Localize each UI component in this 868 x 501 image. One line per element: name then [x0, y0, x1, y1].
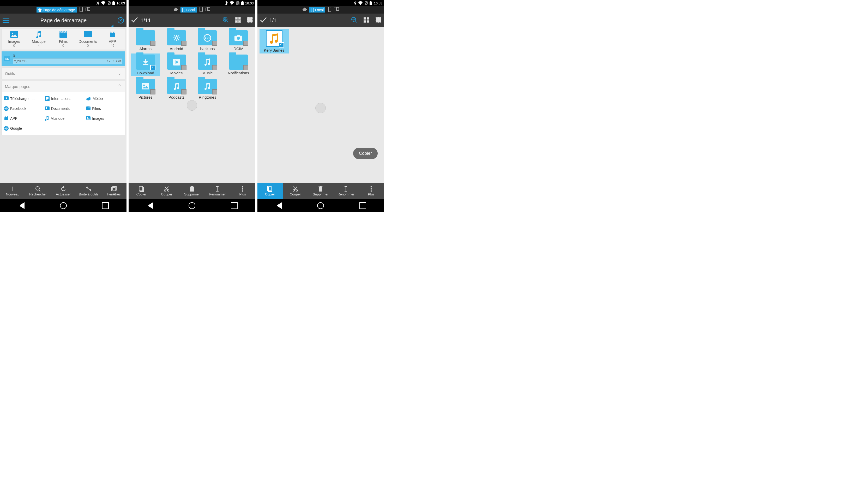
navbar [258, 199, 384, 212]
svg-rect-17 [46, 99, 47, 100]
globe-search-icon[interactable] [351, 17, 357, 24]
bookmark-images[interactable]: Images [84, 114, 125, 124]
nav-recent[interactable] [102, 202, 109, 209]
svg-rect-24 [4, 117, 8, 120]
bottom-copy[interactable]: Copier [129, 183, 154, 199]
categories: Images0 Musique4 Films0 Documents0 APP46 [2, 29, 125, 50]
bottom-cut[interactable]: Couper [283, 183, 308, 199]
bookmark-info[interactable]: Informations [43, 94, 84, 104]
wifi-icon [101, 1, 106, 5]
selectall-icon[interactable] [376, 17, 381, 24]
device-icon[interactable] [79, 7, 83, 13]
folder-item[interactable]: DCIM [224, 29, 253, 52]
bookmark-app[interactable]: APP [2, 114, 43, 124]
dropdown-indicator[interactable] [111, 24, 113, 27]
cat-app[interactable]: APP46 [100, 31, 125, 47]
bookmark-google[interactable]: Google [2, 124, 43, 134]
devices-icon[interactable] [86, 7, 90, 12]
qr-icon[interactable] [364, 17, 369, 24]
globe-search-icon[interactable] [223, 17, 229, 24]
folder-item[interactable]: Podcasts [162, 78, 191, 100]
bottom-rename[interactable]: Renommer [333, 183, 359, 199]
bottom-search[interactable]: Rechercher [25, 183, 51, 199]
device-icon [311, 8, 314, 12]
folder-item[interactable]: Music [193, 53, 222, 76]
nav-back[interactable] [146, 202, 153, 209]
bookmark-documents[interactable]: Documents [43, 104, 84, 114]
devices-icon[interactable] [206, 7, 210, 12]
nav-home[interactable] [60, 202, 67, 209]
confirm-icon[interactable] [260, 17, 267, 24]
bottom-delete[interactable]: Supprimer [308, 183, 333, 199]
cat-documents[interactable]: Documents0 [76, 31, 100, 47]
bottombar: Copier Couper Supprimer Renommer Plus [129, 183, 255, 199]
tab-local[interactable]: Local [309, 7, 325, 12]
section-bookmarks[interactable]: Marque-pages ⌃ [2, 81, 125, 92]
folder-item[interactable]: Movies [162, 53, 191, 76]
confirm-icon[interactable] [131, 17, 138, 24]
cat-films[interactable]: Films0 [51, 31, 76, 47]
svg-point-82 [371, 190, 372, 192]
folder-label: Android [163, 46, 190, 51]
device-icon[interactable] [328, 7, 332, 13]
svg-rect-77 [319, 187, 322, 192]
storage-sizes: 2,28 GB 12,55 GB [13, 58, 122, 64]
bottom-cut[interactable]: Couper [154, 183, 179, 199]
devices-icon[interactable] [334, 7, 339, 12]
bottom-refresh[interactable]: Actualiser [51, 183, 76, 199]
bottom-rename[interactable]: Renommer [205, 183, 230, 199]
bookmark-films[interactable]: Films [84, 104, 125, 114]
uncheck-icon [212, 65, 217, 70]
tab-homepage[interactable]: Page de démarrage [36, 7, 77, 12]
folder-item[interactable]: Alarms [131, 29, 160, 52]
folder-item[interactable]: Notifications [224, 53, 253, 76]
bottom-copy[interactable]: Copier [258, 183, 283, 199]
statusbar: 16:03 [258, 0, 384, 6]
bottom-windows[interactable]: Fenêtres [101, 183, 127, 199]
menu-icon[interactable] [3, 18, 9, 23]
nav-recent[interactable] [359, 202, 366, 209]
cat-music[interactable]: Musique4 [26, 31, 51, 47]
folder-item[interactable]: Pictures [131, 78, 160, 100]
folder-item[interactable]: Download [131, 53, 160, 76]
folder-item[interactable]: Ringtones [193, 78, 222, 100]
storage-card[interactable]: SD 0 2,28 GB 12,55 GB [2, 51, 125, 66]
bottom-new[interactable]: Nouveau [0, 183, 25, 199]
bottombar: Copier Couper Supprimer Renommer Plus [258, 183, 384, 199]
tab-local[interactable]: Local [181, 7, 196, 12]
bookmark-facebook[interactable]: Facebook [2, 104, 43, 114]
appbar-selection: 1/11 [129, 13, 255, 27]
svg-rect-51 [142, 83, 149, 89]
tabbar: Local [258, 6, 384, 13]
close-button[interactable]: ✕ [118, 17, 124, 23]
bottom-more[interactable]: Plus [359, 183, 384, 199]
bottom-more[interactable]: Plus [230, 183, 255, 199]
nav-recent[interactable] [231, 202, 238, 209]
file-item[interactable]: Kery James [260, 29, 289, 53]
bottom-delete[interactable]: Supprimer [179, 183, 205, 199]
home-tab-icon[interactable] [303, 8, 307, 12]
nav-back[interactable] [18, 202, 24, 209]
folder-item[interactable]: ESbackups [193, 29, 222, 52]
cat-images[interactable]: Images0 [2, 31, 26, 47]
selectall-icon[interactable] [247, 17, 253, 24]
svg-point-81 [371, 188, 372, 190]
bookmark-weather[interactable]: Météo [84, 94, 125, 104]
svg-point-48 [237, 37, 240, 40]
device-icon[interactable] [199, 7, 203, 13]
selection-count: 1/1 [269, 18, 277, 23]
folder-item[interactable]: Android [162, 29, 191, 52]
no-sim-icon [107, 1, 111, 5]
music-icon [204, 58, 210, 66]
home-tab-icon[interactable] [174, 8, 178, 12]
section-tools[interactable]: Outils ⌄ [2, 67, 125, 79]
nav-home[interactable] [317, 202, 324, 209]
nav-home[interactable] [188, 202, 195, 209]
bookmark-downloads[interactable]: Téléchargem... [2, 94, 43, 104]
folder-label: Ringtones [194, 95, 221, 99]
bottom-toolbox[interactable]: Boîte à outils [76, 183, 101, 199]
nav-back[interactable] [275, 202, 282, 209]
bookmark-music[interactable]: Musique [43, 114, 84, 124]
statusbar: 16:03 [0, 0, 127, 6]
qr-icon[interactable] [235, 17, 241, 24]
